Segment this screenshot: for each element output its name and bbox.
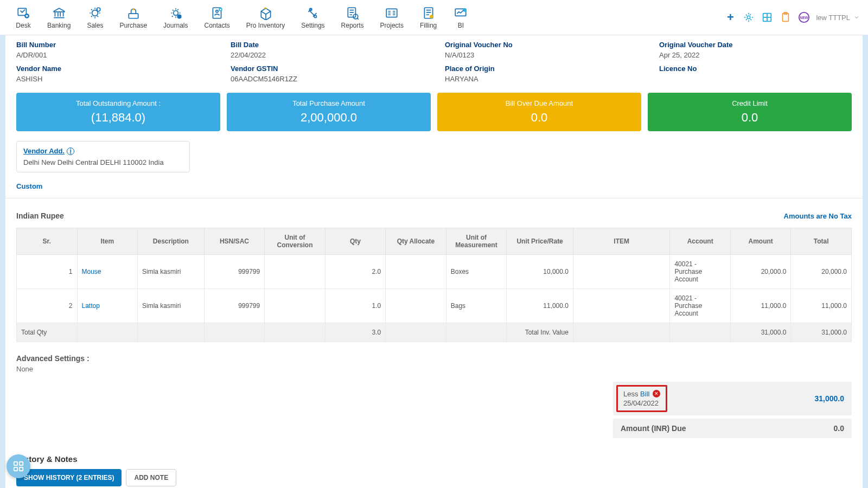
cell-desc: Simla kasmiri [138,289,205,323]
nav-label: Filling [420,22,437,29]
nav-label: Reports [341,22,364,29]
cell-item: Lattop [77,289,138,323]
th-account: Account [670,228,731,255]
table-total-row: Total Qty 3.0 Total Inv. Value 31,000.0 … [17,323,852,342]
filling-icon [421,5,436,21]
card-value: (11,884.0) [22,111,215,125]
card-credit-limit: Credit Limit 0.0 [648,93,852,131]
place-of-origin-value: HARYANA [445,75,637,83]
svg-rect-29 [14,462,17,465]
add-note-button[interactable]: ADD NOTE [126,469,176,486]
less-bill-row: Less Bill ✕ 25/04/2022 31,000.0 [613,382,852,415]
less-bill-link[interactable]: Bill [640,390,649,398]
desk-icon [16,5,31,21]
advanced-settings-value: None [16,365,852,373]
float-apps-button[interactable] [7,454,30,478]
settings-icon [305,5,321,21]
th-qty: Qty [325,228,386,255]
cell-rate: 11,000.0 [507,289,573,323]
th-sr: Sr. [17,228,78,255]
cell-qty: 2.0 [325,255,386,289]
total-qty-label: Total Qty [17,323,78,342]
bi-icon [453,5,468,21]
orig-voucher-no-label: Original Voucher No [445,41,637,49]
calc-icon[interactable] [761,11,774,24]
cell-item: Mouse [77,255,138,289]
nav-pro-inventory[interactable]: Pro Inventory [239,3,292,31]
cell-sr: 2 [17,289,78,323]
nav-desk[interactable]: Desk [8,3,39,31]
nav-filling[interactable]: Filling [412,3,444,31]
sales-icon [87,5,103,21]
table-row: 2 Lattop Simla kasmiri 999799 1.0 Bags 1… [17,289,852,323]
nav-items: Desk Banking Sales Purchase Journals Con… [8,3,476,31]
remove-bill-icon[interactable]: ✕ [653,390,660,397]
nav-label: BI [458,22,464,29]
history-section: History & Notes SHOW HISTORY (2 ENTRIES)… [5,447,863,488]
cell-qty: 1.0 [325,289,386,323]
custom-link[interactable]: Custom [5,178,53,195]
svg-rect-30 [20,462,23,465]
nav-banking[interactable]: Banking [40,3,78,31]
nav-purchase[interactable]: Purchase [112,3,155,31]
info-icon[interactable]: i [67,147,74,155]
nav-reports[interactable]: Reports [334,3,372,31]
cell-itemcol [573,289,669,323]
new-badge-icon[interactable]: NEW [797,11,810,24]
place-of-origin-label: Place of Origin [445,65,637,73]
vendor-name-value: ASHISH [16,75,209,83]
svg-point-8 [216,10,218,12]
show-history-button[interactable]: SHOW HISTORY (2 ENTRIES) [16,469,122,486]
nav-projects[interactable]: Projects [373,3,411,31]
card-value: 0.0 [443,111,636,125]
bill-number-label: Bill Number [16,41,209,49]
vendor-address-box: Vendor Add. i Delhi New Delhi Central DE… [16,141,190,172]
th-qtya: Qty Allocate [386,228,446,255]
svg-rect-23 [764,18,767,21]
svg-text:NEW: NEW [800,16,809,20]
orig-voucher-date-label: Original Voucher Date [659,41,852,49]
nav-bi[interactable]: BI [445,3,476,31]
vendor-address-title-text: Vendor Add. [23,147,65,155]
nav-sales[interactable]: Sales [79,3,111,31]
user-menu[interactable]: lew TTTPL [816,14,860,22]
total-total: 31,000.0 [791,323,852,342]
chevron-down-icon [853,14,860,21]
vendor-address-title[interactable]: Vendor Add. i [23,147,74,155]
clipboard-icon[interactable] [779,11,792,24]
cell-desc: Simla kasmiri [138,255,205,289]
reports-icon [345,5,360,21]
licence-no-label: Licence No [659,65,852,73]
item-link[interactable]: Mouse [82,268,101,275]
nav-contacts[interactable]: Contacts [196,3,237,31]
orig-voucher-no-value: N/A/0123 [445,51,637,59]
top-nav: Desk Banking Sales Purchase Journals Con… [0,0,868,35]
plus-icon[interactable]: + [724,11,737,24]
item-link[interactable]: Lattop [82,302,100,310]
th-itemcol: ITEM [573,228,669,255]
cell-sr: 1 [17,255,78,289]
table-area: Indian Rupee Amounts are No Tax Sr. Item… [5,202,863,348]
summary-cards: Total Outstanding Amount : (11,884.0) To… [5,88,863,136]
svg-point-11 [314,15,316,17]
svg-rect-4 [129,14,138,18]
amount-due-value: 0.0 [834,424,844,433]
cell-uom: Boxes [446,255,507,289]
cell-qtya [386,289,446,323]
th-uom: Unit of Measurement [446,228,507,255]
nav-label: Journals [163,22,188,29]
user-label: lew TTTPL [816,14,850,22]
card-value: 2,00,000.0 [232,111,425,125]
th-amount: Amount [730,228,791,255]
card-value: 0.0 [653,111,846,125]
nav-journals[interactable]: Journals [156,3,195,31]
svg-point-19 [748,16,751,19]
th-total: Total [791,228,852,255]
nav-label: Contacts [204,22,229,29]
nav-label: Desk [16,22,30,29]
th-item: Item [77,228,138,255]
nav-settings[interactable]: Settings [293,3,332,31]
gear-icon[interactable] [742,11,755,24]
svg-point-5 [173,11,178,16]
bill-number-value: A/DR/001 [16,51,209,59]
